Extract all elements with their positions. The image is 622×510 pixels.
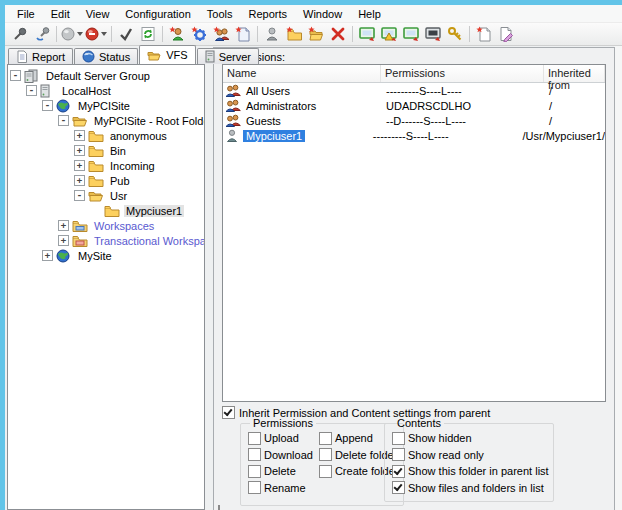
rename-checkbox[interactable]: [248, 481, 261, 494]
menu-tools[interactable]: Tools: [199, 7, 241, 21]
collapse-icon[interactable]: -: [74, 190, 85, 201]
show-files-folders-checkbox[interactable]: [392, 481, 405, 494]
new-report-button[interactable]: [473, 24, 495, 44]
tab-status-label: Status: [99, 51, 130, 63]
show-folder-in-parent-checkbox[interactable]: [392, 465, 405, 478]
tab-vfs-label: VFS: [166, 49, 187, 61]
expand-icon[interactable]: +: [74, 145, 85, 156]
tree-item-root-folder[interactable]: - MyPCISite - Root Folder: [8, 113, 204, 128]
status-tab-icon: [82, 50, 95, 63]
column-header-name[interactable]: Name: [223, 65, 381, 82]
expand-icon[interactable]: +: [58, 220, 69, 231]
window-border-left: [0, 0, 5, 510]
edit-report-button[interactable]: [495, 24, 517, 44]
tree-item-label: Workspaces: [92, 220, 156, 232]
stop-server-dropdown-icon[interactable]: [101, 32, 107, 36]
tree-item-label: MyPCISite: [76, 100, 132, 112]
toolbar-separator: [56, 26, 57, 42]
user-button[interactable]: [261, 24, 283, 44]
menu-help[interactable]: Help: [350, 7, 389, 21]
disconnect-button[interactable]: [31, 24, 53, 44]
expand-icon[interactable]: +: [74, 130, 85, 141]
group-icon: [225, 99, 241, 112]
expand-icon[interactable]: +: [74, 175, 85, 186]
table-row-all-users[interactable]: All Users ---------S----L---- /: [223, 83, 605, 98]
table-row-administrators[interactable]: Administrators UDADRSCDLHO /: [223, 98, 605, 113]
window-border-top: [0, 0, 622, 5]
menu-reports[interactable]: Reports: [240, 7, 295, 21]
key-icon: [447, 26, 463, 42]
show-hidden-checkbox[interactable]: [392, 432, 405, 445]
open-folder-button[interactable]: [305, 24, 327, 44]
upload-checkbox[interactable]: [248, 432, 261, 445]
menu-configuration[interactable]: Configuration: [117, 7, 198, 21]
tree-item-localhost[interactable]: - LocalHost: [8, 83, 204, 98]
column-header-permissions[interactable]: Permissions: [381, 65, 544, 82]
collapse-icon[interactable]: -: [58, 115, 69, 126]
show-folder-in-parent-label: Show this folder in parent list: [408, 465, 549, 477]
tab-report[interactable]: Report: [8, 48, 73, 64]
tree-item-bin[interactable]: + Bin: [8, 143, 204, 158]
contents-group: Contents Show hidden Show read only Show…: [384, 417, 554, 502]
permissions-key-button[interactable]: [444, 24, 466, 44]
refresh-button[interactable]: [137, 24, 159, 44]
tree-item-mysite[interactable]: + MySite: [8, 248, 204, 263]
expand-icon[interactable]: +: [74, 160, 85, 171]
start-server-dropdown-icon[interactable]: [77, 32, 83, 36]
tab-server[interactable]: Server: [197, 48, 259, 64]
clipped-checkbox[interactable]: [218, 506, 220, 510]
monitor-session-button[interactable]: [400, 24, 422, 44]
tree-item-label: Transactional Workspaces: [92, 235, 205, 247]
monitor-warning-button[interactable]: [378, 24, 400, 44]
new-folder-button[interactable]: [283, 24, 305, 44]
apply-button[interactable]: [115, 24, 137, 44]
tree-item-default-server-group[interactable]: - Default Server Group: [8, 68, 204, 83]
delete-checkbox[interactable]: [248, 465, 261, 478]
tab-status[interactable]: Status: [74, 48, 138, 64]
monitor-console-button[interactable]: [422, 24, 444, 44]
expand-icon[interactable]: +: [42, 250, 53, 261]
download-checkbox[interactable]: [248, 448, 261, 461]
toolbar-separator: [257, 26, 258, 42]
new-report-icon: [476, 26, 492, 42]
expand-icon[interactable]: +: [58, 235, 69, 246]
collapse-icon[interactable]: -: [26, 85, 37, 96]
append-checkbox[interactable]: [319, 432, 332, 445]
tree-item-mypciuser1[interactable]: Mypciuser1: [8, 203, 204, 218]
create-folder-checkbox[interactable]: [319, 465, 332, 478]
new-group-button[interactable]: [210, 24, 232, 44]
menu-view[interactable]: View: [78, 7, 118, 21]
menu-file[interactable]: File: [9, 7, 43, 21]
tree-item-incoming[interactable]: + Incoming: [8, 158, 204, 173]
tree-item-transactional-workspaces[interactable]: + Transactional Workspaces: [8, 233, 204, 248]
show-read-only-checkbox[interactable]: [392, 448, 405, 461]
toolbar-separator: [352, 26, 353, 42]
column-header-inherited-from[interactable]: Inherited from: [544, 65, 605, 82]
new-settings-button[interactable]: [188, 24, 210, 44]
collapse-icon[interactable]: -: [42, 100, 53, 111]
inherit-settings-checkbox[interactable]: [222, 406, 235, 419]
table-row-guests[interactable]: Guests --D------S----L---- /: [223, 113, 605, 128]
tree-item-workspaces[interactable]: + Workspaces: [8, 218, 204, 233]
new-user-button[interactable]: [166, 24, 188, 44]
tree-item-pub[interactable]: + Pub: [8, 173, 204, 188]
tree-item-anonymous[interactable]: + anonymous: [8, 128, 204, 143]
tree-item-mypcisite[interactable]: - MyPCISite: [8, 98, 204, 113]
delete-folder-checkbox[interactable]: [319, 448, 332, 461]
tree-item-usr[interactable]: - Usr: [8, 188, 204, 203]
new-template-button[interactable]: [232, 24, 254, 44]
tab-server-label: Server: [219, 51, 251, 63]
table-row-mypciuser1[interactable]: Mypciuser1 ---------S----L---- /Usr/Mypc…: [223, 128, 605, 143]
connect-button[interactable]: [9, 24, 31, 44]
monitor-session-icon: [403, 27, 420, 42]
menu-edit[interactable]: Edit: [43, 7, 78, 21]
collapse-icon[interactable]: -: [10, 70, 21, 81]
delete-button[interactable]: [327, 24, 349, 44]
new-group-icon: [213, 26, 230, 42]
tab-vfs[interactable]: VFS: [139, 45, 195, 64]
start-server-button[interactable]: [60, 24, 84, 44]
monitor-down-button[interactable]: [356, 24, 378, 44]
menu-window[interactable]: Window: [295, 7, 350, 21]
tab-bar: Report Status VFS Server: [7, 46, 205, 64]
stop-server-button[interactable]: [84, 24, 108, 44]
